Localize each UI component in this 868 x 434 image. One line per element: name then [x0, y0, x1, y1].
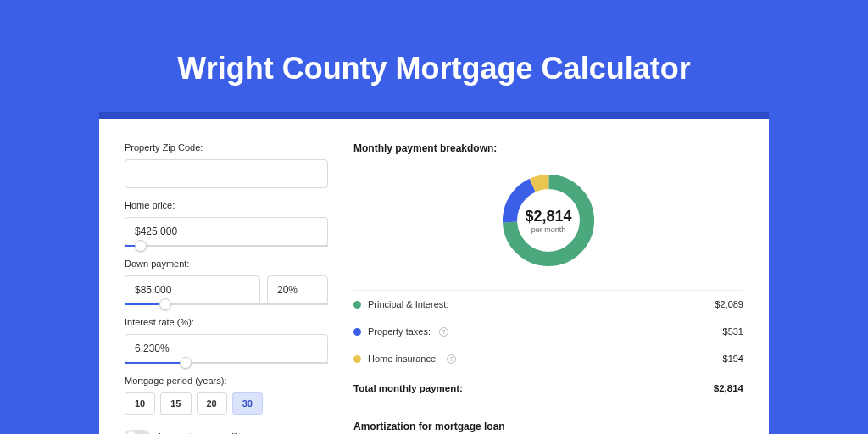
down-payment-label: Down payment:: [125, 259, 328, 269]
breakdown-column: Monthly payment breakdown: $2,814 per mo…: [353, 142, 743, 434]
period-btn-10[interactable]: 10: [125, 392, 155, 415]
period-label: Mortgage period (years):: [125, 376, 328, 386]
slider-thumb[interactable]: [135, 240, 147, 252]
down-payment-slider[interactable]: [125, 303, 328, 305]
donut-sub: per month: [531, 225, 566, 234]
period-btn-30[interactable]: 30: [232, 392, 263, 415]
calculator-card-wrap: Property Zip Code: Home price: Down paym…: [99, 112, 769, 434]
interest-rate-input[interactable]: [125, 334, 328, 363]
interest-rate-slider[interactable]: [125, 362, 328, 364]
breakdown-label: Principal & Interest:: [368, 299, 448, 309]
donut-center: $2,814 per month: [498, 170, 599, 271]
down-payment-input[interactable]: [125, 275, 260, 304]
info-icon[interactable]: ?: [439, 327, 448, 337]
amortization-title: Amortization for mortgage loan: [353, 420, 743, 432]
veteran-toggle-row: I am veteran or military: [125, 430, 328, 434]
down-payment-group: Down payment:: [125, 259, 328, 305]
total-label: Total monthly payment:: [353, 383, 463, 393]
breakdown-title: Monthly payment breakdown:: [353, 142, 743, 154]
home-price-slider[interactable]: [125, 245, 328, 247]
period-group: Mortgage period (years): 10 15 20 30: [125, 376, 328, 415]
period-btn-15[interactable]: 15: [160, 392, 191, 415]
breakdown-value: $194: [723, 353, 743, 364]
breakdown-label: Home insurance:: [368, 353, 438, 364]
zip-input[interactable]: [125, 159, 328, 188]
legend-dot-blue: [353, 328, 361, 336]
legend-dot-green: [353, 301, 361, 309]
slider-thumb[interactable]: [180, 357, 192, 369]
breakdown-value: $2,089: [715, 299, 743, 309]
amortization-block: Amortization for mortgage loan Amortizat…: [353, 420, 743, 434]
breakdown-row-insurance: Home insurance: ? $194: [353, 345, 743, 372]
interest-rate-label: Interest rate (%):: [125, 317, 328, 327]
down-payment-pct-input[interactable]: [267, 275, 328, 304]
legend-dot-yellow: [353, 355, 361, 363]
slider-fill: [125, 362, 186, 364]
home-price-group: Home price:: [125, 200, 328, 247]
breakdown-row-principal: Principal & Interest: $2,089: [353, 291, 743, 318]
page-title: Wright County Mortgage Calculator: [0, 0, 868, 112]
breakdown-value: $531: [723, 326, 743, 337]
home-price-label: Home price:: [125, 200, 328, 210]
info-icon[interactable]: ?: [447, 354, 456, 364]
breakdown-total-row: Total monthly payment: $2,814: [353, 374, 743, 402]
home-price-input[interactable]: [125, 217, 328, 246]
donut-amount: $2,814: [525, 208, 571, 225]
period-btn-20[interactable]: 20: [197, 392, 227, 415]
interest-rate-group: Interest rate (%):: [125, 317, 328, 364]
period-buttons: 10 15 20 30: [125, 392, 328, 415]
veteran-toggle[interactable]: [125, 430, 150, 434]
zip-label: Property Zip Code:: [125, 142, 328, 153]
zip-group: Property Zip Code:: [125, 142, 328, 188]
donut-chart-wrap: $2,814 per month: [353, 154, 743, 290]
inputs-column: Property Zip Code: Home price: Down paym…: [125, 142, 328, 434]
donut-chart: $2,814 per month: [498, 170, 599, 271]
total-value: $2,814: [714, 383, 743, 393]
slider-thumb[interactable]: [159, 298, 171, 310]
calculator-card: Property Zip Code: Home price: Down paym…: [99, 119, 769, 434]
breakdown-label: Property taxes:: [368, 326, 431, 337]
breakdown-row-taxes: Property taxes: ? $531: [353, 318, 743, 345]
